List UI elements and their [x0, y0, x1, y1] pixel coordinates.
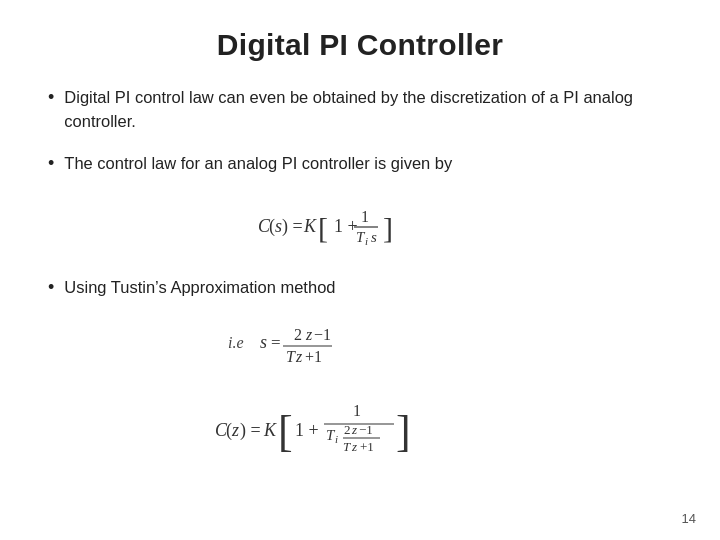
bullet-item-3: • Using Tustin’s Approximation method	[48, 276, 672, 300]
svg-text:s: s	[275, 216, 282, 236]
svg-text:+1: +1	[305, 348, 322, 365]
svg-text:z: z	[351, 422, 357, 437]
bullet-text-1: Digital PI control law can even be obtai…	[64, 86, 672, 134]
svg-text:z: z	[305, 326, 313, 343]
bullet-dot-1: •	[48, 87, 54, 108]
svg-text:T: T	[343, 439, 351, 454]
bullet-section-1: • Digital PI control law can even be obt…	[48, 86, 672, 134]
svg-text:[: [	[278, 407, 293, 456]
bullet-text-2: The control law for an analog PI control…	[64, 152, 452, 176]
svg-text:z: z	[351, 439, 357, 454]
svg-text:z: z	[231, 420, 239, 440]
svg-text:1: 1	[361, 208, 369, 225]
svg-text:[: [	[318, 211, 328, 244]
formula-svg-1: C ( s ) = K [ 1 + 1 T i s ]	[250, 194, 470, 262]
svg-text:=: =	[271, 333, 281, 352]
svg-text:) =: ) =	[282, 216, 303, 237]
bullet-section-3: • Using Tustin’s Approximation method	[48, 276, 672, 300]
svg-text:T: T	[286, 348, 296, 365]
svg-text:2: 2	[294, 326, 302, 343]
bullet-text-3: Using Tustin’s Approximation method	[64, 276, 335, 300]
bullet-section-2: • The control law for an analog PI contr…	[48, 152, 672, 176]
formula-block-1: C ( s ) = K [ 1 + 1 T i s ]	[48, 194, 672, 262]
svg-text:1: 1	[353, 402, 361, 419]
svg-text:2: 2	[344, 422, 351, 437]
svg-text:) =: ) =	[240, 420, 261, 441]
bullet-dot-2: •	[48, 153, 54, 174]
svg-text:z: z	[295, 348, 303, 365]
formula-block-3: C ( z ) = K [ 1 + 1 T i 2 z −1 T z +1 ]	[48, 386, 672, 476]
svg-text:i: i	[365, 235, 368, 247]
svg-text:1 +: 1 +	[295, 420, 319, 440]
svg-text:K: K	[263, 420, 277, 440]
bullet-item-2: • The control law for an analog PI contr…	[48, 152, 672, 176]
svg-text:i: i	[335, 433, 338, 445]
svg-text:+1: +1	[360, 439, 374, 454]
formula-svg-2: i.e s = 2 z −1 T z +1	[220, 318, 500, 372]
svg-text:−1: −1	[359, 422, 373, 437]
slide-title: Digital PI Controller	[48, 28, 672, 62]
slide: Digital PI Controller • Digital PI contr…	[0, 0, 720, 540]
svg-text:i.e: i.e	[228, 334, 244, 351]
bullet-item-1: • Digital PI control law can even be obt…	[48, 86, 672, 134]
formula-svg-3: C ( z ) = K [ 1 + 1 T i 2 z −1 T z +1 ]	[210, 386, 510, 476]
svg-text:s: s	[371, 229, 377, 245]
svg-text:]: ]	[396, 407, 411, 456]
formula-block-2: i.e s = 2 z −1 T z +1	[48, 318, 672, 372]
svg-text:−1: −1	[314, 326, 331, 343]
svg-text:]: ]	[383, 211, 393, 244]
bullet-dot-3: •	[48, 277, 54, 298]
svg-text:1 +: 1 +	[334, 216, 358, 236]
page-number: 14	[682, 511, 696, 526]
svg-text:s: s	[260, 332, 267, 352]
svg-text:K: K	[303, 216, 317, 236]
